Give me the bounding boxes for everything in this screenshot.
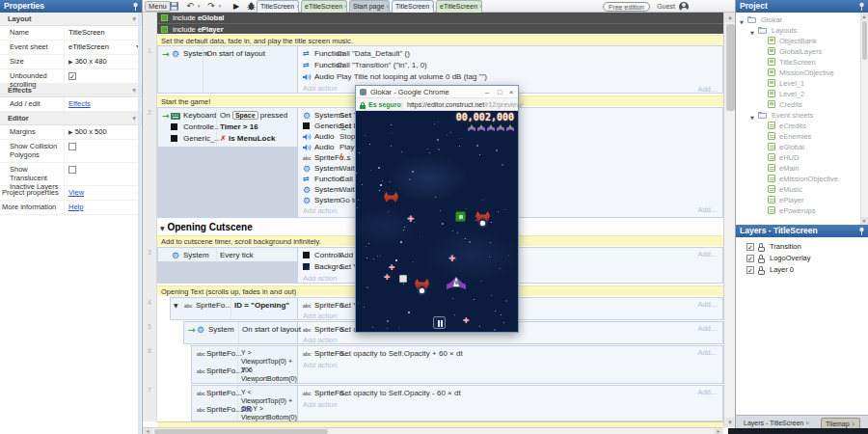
tab-etitlescreen-2[interactable]: eTitleScreen× [436, 0, 482, 13]
tab-titlescreen-1[interactable]: TitleScreen× [257, 0, 299, 13]
action-text[interactable]: Play Title not looping at volume 0 dB (t… [337, 71, 487, 83]
scroll-right-icon[interactable]: ► [714, 428, 723, 434]
prop-value-margins[interactable]: ▶500 x 500 [64, 125, 142, 139]
event-6[interactable]: abc SpriteFo... Y > ViewportTop(0) + 200… [191, 345, 723, 384]
event-6-conditions[interactable]: abc SpriteFo... Y > ViewportTop(0) + 200… [192, 346, 298, 383]
layer-row-logooverlay[interactable]: ✓LogoOverlay [736, 253, 868, 264]
maximize-icon[interactable]: □ [494, 86, 505, 98]
action-text[interactable]: Call "Data_Default" () [337, 48, 410, 60]
pause-button[interactable] [433, 316, 446, 329]
minimize-icon[interactable]: – [481, 86, 493, 98]
close-icon[interactable]: × [479, 3, 482, 10]
add-link[interactable]: Add... [697, 348, 717, 358]
scroll-left-icon[interactable]: ◄ [143, 428, 152, 434]
pin-icon[interactable] [132, 2, 139, 11]
lock-icon[interactable] [758, 266, 766, 275]
add-action-link[interactable]: Add action [303, 205, 337, 217]
project-scrollbar[interactable]: ▲ ▼ [860, 13, 868, 225]
add-link[interactable]: Add... [697, 205, 717, 215]
collision-checkbox[interactable] [68, 143, 76, 150]
add-action-link[interactable]: Add action [303, 360, 337, 371]
tree-item-layout[interactable]: Level_2 [736, 89, 859, 99]
close-icon[interactable]: × [505, 86, 517, 98]
scroll-thumb[interactable] [726, 24, 735, 111]
tree-item-sheet[interactable]: eCredits [736, 121, 859, 131]
layer-row-transition[interactable]: ✓Transition [736, 241, 868, 253]
scroll-up-icon[interactable]: ▲ [860, 13, 868, 20]
event-2-conditions[interactable]: → Keyboard On Space pressed Controlle.. … [158, 108, 298, 217]
undo-dropdown-icon[interactable]: ▾ [196, 0, 202, 13]
tab-layers-titlescreen[interactable]: Layers - TitleScreen × [740, 418, 813, 429]
tree-item-sheet[interactable]: eMusic [736, 184, 859, 195]
lock-icon[interactable] [758, 255, 766, 263]
section-layout[interactable]: ▾Layout [0, 13, 142, 26]
help-link[interactable]: Help [68, 203, 83, 211]
tree-item-glokar[interactable]: ▼Glokar [736, 14, 859, 25]
event-4-conditions[interactable]: ▼ abc SpriteFo... ID = "Opening" [171, 298, 298, 319]
add-link[interactable]: Add... [697, 300, 717, 310]
save-icon[interactable] [168, 0, 179, 13]
action-text[interactable]: Call "Transition" ("in", 1, 0) [337, 60, 427, 71]
layer-visible-checkbox[interactable]: ✓ [746, 255, 754, 262]
tree-item-layout[interactable]: Credits [736, 99, 859, 110]
close-icon[interactable]: × [805, 420, 809, 426]
tree-item-layout[interactable]: TitleScreen [736, 57, 859, 68]
tree-item-layout[interactable]: ObjectBank [736, 36, 859, 46]
effects-link[interactable]: Effects [68, 99, 91, 108]
comment[interactable]: Set the default data, fade in, and play … [157, 35, 723, 45]
tab-etitlescreen-1[interactable]: eTitleScreen× [301, 0, 347, 13]
close-icon[interactable]: × [431, 3, 434, 10]
tree-item-sheet[interactable]: eEnemies [736, 131, 859, 142]
add-action-link[interactable]: Add action [303, 399, 337, 411]
add-link[interactable]: Add... [697, 250, 717, 259]
tree-item-layout[interactable]: Level_1 [736, 78, 859, 89]
avatar[interactable] [679, 2, 689, 12]
include-eglobal[interactable]: include eGlobal [157, 13, 723, 23]
lock-icon[interactable] [758, 243, 766, 252]
tree-item-sheet[interactable]: eHUD [736, 152, 859, 163]
close-icon[interactable]: × [386, 3, 390, 10]
tree-item-sheet[interactable]: eMain [736, 163, 859, 174]
close-icon[interactable]: × [344, 3, 347, 10]
event-1-conditions[interactable]: → ⚙ System On start of layout [158, 46, 298, 93]
scroll-down-icon[interactable]: ▼ [724, 418, 735, 427]
close-icon[interactable]: × [296, 3, 299, 10]
unbounded-checkbox[interactable]: ✓ [68, 72, 76, 80]
layer-visible-checkbox[interactable]: ✓ [746, 243, 754, 251]
tree-item-layout[interactable]: MissionObjective [736, 68, 859, 78]
debug-bug-icon[interactable] [245, 0, 257, 13]
event-7-conditions[interactable]: abc SpriteFo... Y < ViewportTop(0) + 200… [192, 386, 298, 420]
layer-row-layer0[interactable]: ✓Layer 0 [736, 264, 868, 276]
tree-item-event-sheets[interactable]: ▼Event sheets [736, 110, 859, 121]
chrome-urlbar[interactable]: Es seguro | https://editor.construct.net… [356, 98, 518, 111]
section-effects[interactable]: ▾Effects [0, 84, 142, 97]
tab-titlescreen-2[interactable]: TitleScreen× [392, 0, 434, 13]
guest-label[interactable]: Guest [657, 0, 675, 13]
layer-visible-checkbox[interactable]: ✓ [746, 266, 754, 274]
add-link[interactable]: Add... [697, 324, 717, 334]
chrome-preview-window[interactable]: Glokar - Google Chrome – □ × Es seguro |… [355, 85, 519, 333]
tab-tilemap[interactable]: Tilemap × [821, 418, 860, 429]
include-eplayer[interactable]: include ePlayer [157, 23, 723, 34]
tree-item-layouts[interactable]: ▼Layouts [736, 25, 859, 36]
free-edition-badge[interactable]: Free edition [603, 2, 650, 12]
redo-dropdown-icon[interactable]: ▾ [217, 0, 223, 13]
tree-item-layout[interactable]: GlobalLayers [736, 46, 859, 57]
chrome-titlebar[interactable]: Glokar - Google Chrome – □ × [356, 86, 518, 98]
pin-icon[interactable] [858, 227, 865, 235]
tree-item-sheet[interactable]: ePowerups [736, 205, 859, 216]
collapse-icon[interactable]: ▼ [160, 225, 165, 231]
url-text[interactable]: https://editor.construct.net/r12/preview… [407, 98, 523, 111]
event-5-conditions[interactable]: → ⚙ System On start of layout [184, 322, 298, 343]
add-link[interactable]: Add... [697, 85, 717, 95]
pin-icon[interactable] [858, 2, 865, 11]
scroll-up-icon[interactable]: ▲ [724, 13, 735, 22]
event-7[interactable]: abc SpriteFo... Y < ViewportTop(0) + 200… [191, 385, 723, 421]
event-sheet-vscrollbar[interactable]: ▲ ▼ [723, 13, 735, 427]
prop-value-name[interactable]: TitleScreen [64, 26, 142, 40]
scroll-thumb[interactable] [154, 429, 328, 434]
scroll-down-icon[interactable]: ▼ [860, 217, 868, 225]
tree-item-sheet[interactable]: ePlayer [736, 195, 859, 205]
section-editor[interactable]: ▾Editor [0, 112, 142, 125]
event-sheet-hscrollbar[interactable]: ◄ ► [143, 427, 723, 434]
